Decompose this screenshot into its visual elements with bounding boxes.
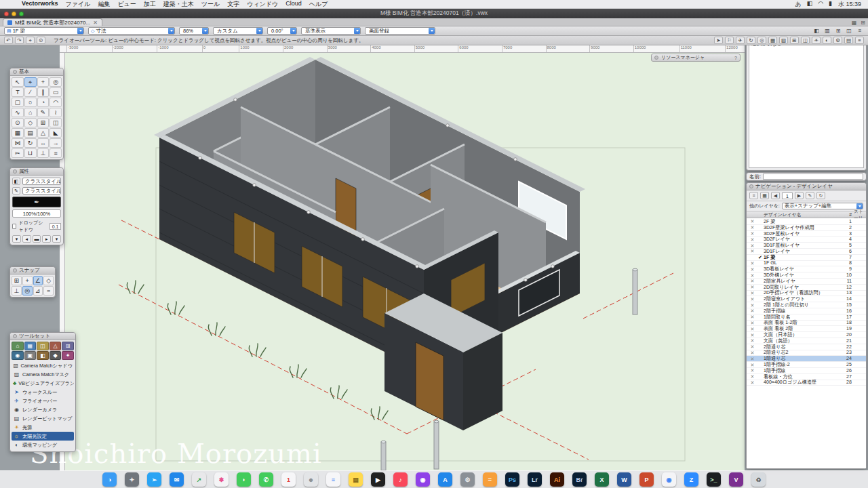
detailing-toolset[interactable]: ◧ bbox=[37, 351, 49, 360]
flyover-tool-item[interactable]: ✈ フライオーバー bbox=[12, 396, 74, 405]
snap-grid-icon[interactable]: ⊞ bbox=[12, 276, 22, 285]
combo-dropdown-button[interactable] bbox=[256, 28, 262, 34]
palette-title-bar[interactable]: 基本 bbox=[10, 68, 63, 76]
dock-terminal[interactable]: >_ bbox=[707, 472, 721, 487]
dock-calculator[interactable]: = bbox=[483, 472, 497, 487]
dock-launchpad[interactable]: ✦ bbox=[125, 472, 139, 487]
menu-item-10[interactable]: ヘルプ bbox=[309, 0, 328, 9]
text-tool[interactable]: T bbox=[12, 87, 24, 97]
palette-close-icon[interactable] bbox=[654, 56, 658, 60]
dock-calendar[interactable]: 1 bbox=[281, 472, 296, 487]
layer-visibility-toggle[interactable]: ✕ bbox=[748, 332, 757, 338]
snap-perpendicular-icon[interactable]: ⊥ bbox=[12, 286, 22, 296]
zoom-level-select[interactable]: 86% bbox=[179, 27, 209, 35]
double-line-tool[interactable]: ∥ bbox=[37, 87, 50, 97]
more-tools-button[interactable]: ≡ bbox=[50, 148, 62, 158]
machine-design-toolset[interactable]: ◆ bbox=[50, 351, 62, 360]
nav-page-next-icon[interactable]: ▶ bbox=[795, 192, 804, 199]
layer-visibility-toggle[interactable]: ✕ bbox=[748, 367, 757, 373]
layer-visibility-toggle[interactable]: ✕ bbox=[748, 284, 757, 290]
combo-dropdown-button[interactable] bbox=[202, 28, 208, 34]
dock-excel[interactable]: X bbox=[595, 472, 609, 487]
menu-item-7[interactable]: 文字 bbox=[227, 0, 239, 9]
dock-music[interactable]: ♪ bbox=[393, 472, 408, 487]
dock-chrome[interactable]: ◉ bbox=[662, 472, 676, 487]
wifi-icon[interactable]: ◠ bbox=[818, 0, 823, 9]
quadrant-snap-icon[interactable]: ⊞ bbox=[790, 37, 799, 44]
marker-right-button[interactable]: ▸ bbox=[42, 235, 51, 243]
view-select[interactable]: カスタム bbox=[213, 27, 263, 35]
opacity-value[interactable]: 100%/100% bbox=[12, 209, 61, 218]
shaded-render-icon[interactable]: ◐ bbox=[823, 37, 831, 44]
walkthrough-tool[interactable]: ➤ ウォークスルー bbox=[12, 388, 74, 396]
palette-close-icon[interactable] bbox=[13, 334, 17, 338]
freehand-tool[interactable]: ∿ bbox=[12, 108, 24, 117]
drop-shadow-checkbox[interactable] bbox=[12, 224, 16, 229]
layer-visibility-toggle[interactable]: ✕ bbox=[748, 260, 757, 266]
combo-dropdown-button[interactable] bbox=[77, 28, 83, 34]
triangle-tool[interactable]: △ bbox=[37, 128, 50, 138]
perpendicular-tool[interactable]: ⊥ bbox=[37, 148, 50, 158]
camera-match-shadow-tool[interactable]: ▧ Camera Matchシャドウ bbox=[12, 361, 74, 370]
document-tab[interactable]: M様 BIM化 営造本部2024070... ✕ bbox=[3, 18, 102, 26]
layer-options-icon[interactable]: ▤ bbox=[844, 37, 853, 44]
dock-contacts[interactable]: ☻ bbox=[304, 472, 318, 487]
layer-visibility-toggle[interactable]: ✕ bbox=[748, 338, 757, 344]
mirror-tool[interactable]: ↔ bbox=[37, 138, 50, 148]
orbit-mode-icon[interactable]: ⊙ bbox=[37, 37, 45, 44]
menu-item-9[interactable]: Cloud bbox=[285, 0, 302, 9]
pen-color-swatch[interactable]: ✒ bbox=[12, 197, 61, 207]
display-icon[interactable]: ◧ bbox=[807, 0, 813, 9]
other-layers-select[interactable]: 表示+スナップ+編集 bbox=[782, 203, 863, 209]
saved-view-select[interactable]: 画面登録 bbox=[365, 27, 435, 35]
visualization-toolset[interactable]: ◉ bbox=[12, 351, 24, 360]
dock-vectorworks[interactable]: V bbox=[729, 472, 743, 487]
menu-item-3[interactable]: ビュー bbox=[117, 0, 136, 9]
layer-visibility-toggle[interactable]: ✕ bbox=[748, 308, 757, 314]
undo-view-icon[interactable]: ↶ bbox=[4, 37, 13, 44]
menu-item-5[interactable]: 建築・土木 bbox=[163, 0, 194, 9]
lighting-icon[interactable]: ☀ bbox=[812, 37, 821, 44]
ramp-tool[interactable]: ◣ bbox=[50, 128, 62, 138]
palette-close-icon[interactable] bbox=[749, 184, 753, 188]
render-camera-tool[interactable]: ◉ レンダーカメラ bbox=[12, 405, 74, 414]
snap-angle-icon[interactable]: ∠ bbox=[33, 276, 43, 285]
new-tab-icon[interactable]: ⊞ bbox=[861, 20, 865, 26]
window-layout-icon[interactable]: ◫ bbox=[845, 28, 853, 34]
close-window-button[interactable] bbox=[4, 12, 9, 16]
combo-dropdown-button[interactable] bbox=[168, 28, 174, 34]
column-tool[interactable]: ◫ bbox=[50, 118, 62, 127]
vb-visualize-plant-tool[interactable]: ♣ VBビジュアライズプラント bbox=[12, 379, 74, 388]
menu-item-6[interactable]: ツール bbox=[201, 0, 220, 9]
dock-bridge[interactable]: Br bbox=[572, 472, 587, 487]
dock-maps[interactable]: ↗ bbox=[192, 472, 206, 487]
layer-visibility-toggle[interactable]: ✕ bbox=[748, 290, 757, 296]
palette-close-icon[interactable] bbox=[13, 268, 17, 272]
rectangle-tool[interactable]: ▭ bbox=[50, 87, 62, 97]
layer-visibility-toggle[interactable]: ✕ bbox=[748, 230, 757, 237]
flyover-mode-icon[interactable]: ✈ bbox=[736, 37, 745, 44]
nav-layers-icon[interactable]: ▦ bbox=[760, 192, 769, 199]
dock-system-preferences[interactable]: ⚙ bbox=[460, 472, 475, 487]
walls-toolset[interactable]: ▦ bbox=[24, 342, 37, 350]
line-tool[interactable]: ∕ bbox=[24, 87, 37, 97]
interiors-toolset[interactable]: ◫ bbox=[37, 342, 49, 350]
dock-notes[interactable]: ▤ bbox=[349, 472, 363, 487]
active-class-select[interactable]: ◇ 寸法 bbox=[88, 27, 175, 35]
drawing-canvas[interactable]: リソースマネージャ ? bbox=[60, 53, 745, 470]
tab-list-icon[interactable]: ▦ bbox=[852, 20, 857, 26]
dock-facetime[interactable]: ✆ bbox=[259, 472, 273, 487]
selection-tool[interactable]: ↖ bbox=[12, 77, 24, 87]
layer-visibility-toggle[interactable]: ✕ bbox=[748, 373, 757, 380]
tab-close-icon[interactable]: ✕ bbox=[93, 20, 98, 26]
marker-line-button[interactable]: ▬ bbox=[33, 235, 41, 243]
nav-page-prev-icon[interactable]: ◀ bbox=[771, 192, 780, 199]
snap-tangent-icon[interactable]: ⊿ bbox=[33, 286, 43, 296]
layer-visibility-toggle[interactable]: ✕ bbox=[748, 380, 757, 386]
active-layer-select[interactable]: ▤ 1F 梁 bbox=[4, 27, 84, 35]
light-source-tool[interactable]: ☀ 光源 bbox=[12, 423, 74, 432]
layer-visibility-toggle[interactable]: ✕ bbox=[748, 302, 757, 308]
nav-menu-icon[interactable]: ≡ bbox=[749, 192, 758, 199]
layer-visibility-toggle[interactable]: ✕ bbox=[748, 237, 757, 243]
environment-mapping-tool[interactable]: ◐ 環境マッピング bbox=[12, 441, 74, 449]
